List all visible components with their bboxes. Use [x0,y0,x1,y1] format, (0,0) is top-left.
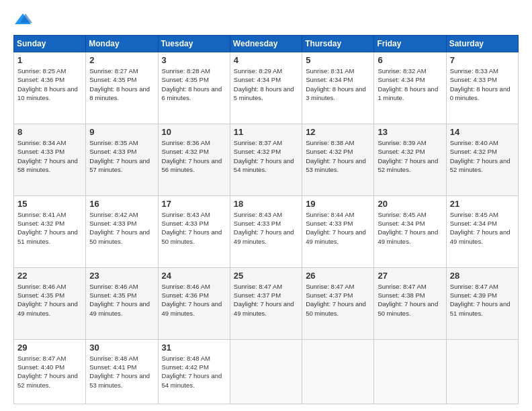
day-info: Sunrise: 8:35 AM Sunset: 4:33 PM Dayligh… [89,138,154,174]
sunset-label: Sunset: 4:33 PM [89,148,136,155]
day-number: 30 [89,342,154,353]
daylight-label: Daylight: 7 hours and 49 minutes. [450,228,511,244]
sunset-label: Sunset: 4:32 PM [450,148,497,155]
daylight-label: Daylight: 7 hours and 50 minutes. [89,228,150,244]
sunrise-label: Sunrise: 8:35 AM [89,139,138,146]
daylight-label: Daylight: 7 hours and 49 minutes. [306,228,366,244]
day-number: 2 [89,55,154,65]
day-number: 8 [17,127,82,137]
week-row-5: 29 Sunrise: 8:47 AM Sunset: 4:40 PM Dayl… [14,339,519,404]
sunset-label: Sunset: 4:33 PM [162,220,209,227]
sunset-label: Sunset: 4:32 PM [378,148,425,155]
calendar-cell: 4 Sunrise: 8:29 AM Sunset: 4:34 PM Dayli… [230,52,302,124]
day-number: 25 [234,271,298,281]
calendar-cell: 8 Sunrise: 8:34 AM Sunset: 4:33 PM Dayli… [14,124,86,195]
day-number: 19 [306,199,370,209]
calendar-cell [230,339,302,404]
day-number: 18 [234,199,298,209]
col-header-saturday: Saturday [446,36,518,52]
calendar-cell: 28 Sunrise: 8:47 AM Sunset: 4:39 PM Dayl… [446,267,518,339]
sunset-label: Sunset: 4:32 PM [162,148,209,155]
sunrise-label: Sunrise: 8:47 AM [450,283,498,290]
daylight-label: Daylight: 8 hours and 1 minute. [378,85,438,101]
day-number: 9 [89,127,154,137]
sunset-label: Sunset: 4:36 PM [162,291,209,299]
day-info: Sunrise: 8:27 AM Sunset: 4:35 PM Dayligh… [89,66,154,102]
calendar-cell: 29 Sunrise: 8:47 AM Sunset: 4:40 PM Dayl… [14,339,86,404]
day-number: 10 [162,127,226,137]
col-header-thursday: Thursday [302,36,374,52]
day-info: Sunrise: 8:36 AM Sunset: 4:32 PM Dayligh… [162,138,226,174]
sunrise-label: Sunrise: 8:42 AM [89,211,138,218]
sunrise-label: Sunrise: 8:46 AM [162,283,210,290]
day-number: 12 [306,127,370,137]
sunset-label: Sunset: 4:37 PM [234,291,281,299]
day-info: Sunrise: 8:47 AM Sunset: 4:38 PM Dayligh… [378,282,442,318]
calendar-cell: 19 Sunrise: 8:44 AM Sunset: 4:33 PM Dayl… [302,195,374,267]
calendar-cell: 25 Sunrise: 8:47 AM Sunset: 4:37 PM Dayl… [230,267,302,339]
calendar-cell: 18 Sunrise: 8:43 AM Sunset: 4:33 PM Dayl… [230,195,302,267]
day-info: Sunrise: 8:43 AM Sunset: 4:33 PM Dayligh… [234,210,298,246]
sunset-label: Sunset: 4:38 PM [378,291,425,299]
col-header-sunday: Sunday [14,36,86,52]
daylight-label: Daylight: 7 hours and 54 minutes. [234,157,294,173]
day-number: 28 [450,271,515,281]
day-number: 22 [17,271,82,281]
daylight-label: Daylight: 7 hours and 49 minutes. [234,228,294,244]
sunset-label: Sunset: 4:33 PM [306,220,353,227]
sunset-label: Sunset: 4:35 PM [89,291,136,299]
sunset-label: Sunset: 4:33 PM [89,220,136,227]
sunset-label: Sunset: 4:37 PM [306,291,353,299]
sunset-label: Sunset: 4:36 PM [17,76,64,83]
sunset-label: Sunset: 4:33 PM [17,148,64,155]
day-info: Sunrise: 8:48 AM Sunset: 4:42 PM Dayligh… [162,354,226,390]
sunset-label: Sunset: 4:32 PM [234,148,281,155]
sunset-label: Sunset: 4:34 PM [378,220,425,227]
daylight-label: Daylight: 7 hours and 49 minutes. [162,300,222,316]
logo [13,11,35,30]
day-info: Sunrise: 8:47 AM Sunset: 4:37 PM Dayligh… [306,282,370,318]
day-info: Sunrise: 8:46 AM Sunset: 4:35 PM Dayligh… [89,282,154,318]
daylight-label: Daylight: 7 hours and 50 minutes. [162,228,222,244]
day-info: Sunrise: 8:44 AM Sunset: 4:33 PM Dayligh… [306,210,370,246]
daylight-label: Daylight: 7 hours and 49 minutes. [378,228,438,244]
calendar-cell [446,339,518,404]
sunrise-label: Sunrise: 8:27 AM [89,67,138,75]
sunset-label: Sunset: 4:34 PM [306,76,353,83]
sunrise-label: Sunrise: 8:43 AM [234,211,282,218]
sunrise-label: Sunrise: 8:47 AM [378,283,426,290]
calendar-cell: 16 Sunrise: 8:42 AM Sunset: 4:33 PM Dayl… [86,195,158,267]
day-number: 23 [89,271,154,281]
day-info: Sunrise: 8:42 AM Sunset: 4:33 PM Dayligh… [89,210,154,246]
day-number: 24 [162,271,226,281]
day-number: 11 [234,127,298,137]
sunset-label: Sunset: 4:39 PM [450,291,497,299]
daylight-label: Daylight: 7 hours and 52 minutes. [378,157,438,173]
daylight-label: Daylight: 7 hours and 56 minutes. [162,157,222,173]
day-info: Sunrise: 8:28 AM Sunset: 4:35 PM Dayligh… [162,66,226,102]
day-number: 5 [306,55,370,65]
calendar-cell: 27 Sunrise: 8:47 AM Sunset: 4:38 PM Dayl… [374,267,446,339]
week-row-3: 15 Sunrise: 8:41 AM Sunset: 4:32 PM Dayl… [14,195,519,267]
week-row-2: 8 Sunrise: 8:34 AM Sunset: 4:33 PM Dayli… [14,124,519,195]
day-number: 21 [450,199,515,209]
day-info: Sunrise: 8:39 AM Sunset: 4:32 PM Dayligh… [378,138,442,174]
sunrise-label: Sunrise: 8:44 AM [306,211,354,218]
day-number: 27 [378,271,442,281]
day-number: 15 [17,199,82,209]
sunset-label: Sunset: 4:34 PM [234,76,281,83]
calendar-cell: 1 Sunrise: 8:25 AM Sunset: 4:36 PM Dayli… [14,52,86,124]
sunrise-label: Sunrise: 8:48 AM [89,355,138,362]
day-info: Sunrise: 8:46 AM Sunset: 4:36 PM Dayligh… [162,282,226,318]
daylight-label: Daylight: 7 hours and 53 minutes. [306,157,366,173]
sunrise-label: Sunrise: 8:46 AM [89,283,138,290]
day-info: Sunrise: 8:32 AM Sunset: 4:34 PM Dayligh… [378,66,442,102]
sunrise-label: Sunrise: 8:31 AM [306,67,354,75]
sunrise-label: Sunrise: 8:33 AM [450,67,498,75]
daylight-label: Daylight: 7 hours and 54 minutes. [162,372,222,388]
sunset-label: Sunset: 4:41 PM [89,363,136,371]
day-info: Sunrise: 8:40 AM Sunset: 4:32 PM Dayligh… [450,138,515,174]
sunrise-label: Sunrise: 8:45 AM [378,211,426,218]
daylight-label: Daylight: 8 hours and 0 minutes. [450,85,511,101]
calendar-cell: 21 Sunrise: 8:45 AM Sunset: 4:34 PM Dayl… [446,195,518,267]
